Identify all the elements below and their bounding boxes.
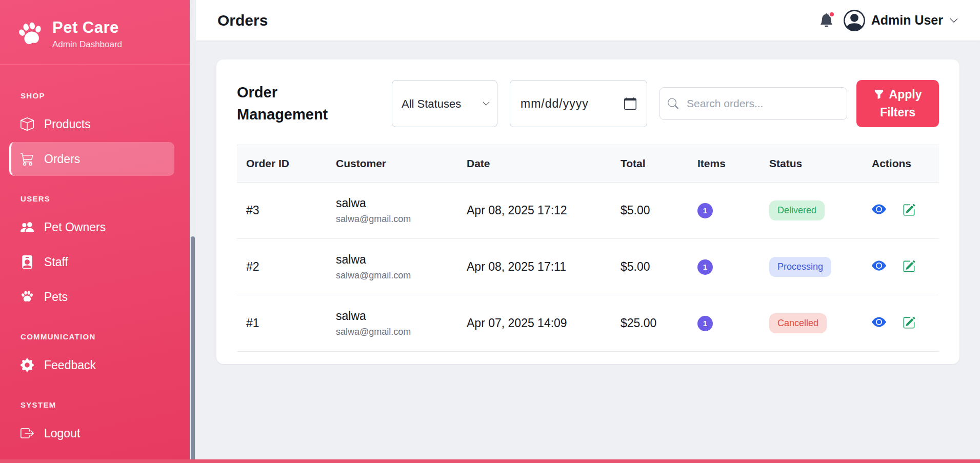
horizontal-scrollbar[interactable] [0,459,980,463]
items-cell: 1 [688,239,760,295]
items-cell: 1 [688,295,760,352]
actions-cell [863,295,939,352]
sidebar-item-products[interactable]: Products [0,107,190,141]
order-id: #1 [237,295,327,352]
sidebar-item-label: Feedback [44,358,96,372]
scrollbar-thumb[interactable] [191,236,195,463]
logo: Pet Care Admin Dashboard [0,14,190,65]
status-cell: Cancelled [760,295,863,352]
page-title: Orders [217,12,268,29]
person-badge-icon [21,255,34,269]
sidebar-item-label: Pets [44,290,68,304]
customer-cell: salwa salwa@gmail.com [327,295,457,352]
items-count-badge: 1 [697,203,713,218]
order-total: $5.00 [611,183,688,239]
sidebar-item-label: Logout [44,427,80,440]
sidebar-scrollbar[interactable] [190,0,196,463]
logo-title: Pet Care [52,18,122,37]
customer-cell: salwa salwa@gmail.com [327,239,457,295]
sidebar-item-staff[interactable]: Staff [0,245,190,279]
col-status: Status [760,145,863,183]
avatar-icon [844,10,865,31]
sidebar: Pet Care Admin Dashboard SHOP Products O… [0,0,190,463]
customer-name: salwa [336,196,448,210]
sidebar-nav: SHOP Products Orders USERS Pet Owners [0,65,190,451]
sidebar-item-logout[interactable]: Logout [0,416,190,450]
notifications-button[interactable] [819,13,833,27]
col-customer: Customer [327,145,457,183]
view-order-button[interactable] [872,202,886,216]
order-management-card: Order Management All Statuses mm/dd/yyyy [216,59,959,364]
edit-order-button[interactable] [903,316,915,329]
table-header-row: Order ID Customer Date Total Items Statu… [237,145,939,183]
status-badge: Cancelled [769,313,827,333]
customer-email: salwa@gmail.com [336,270,448,281]
sidebar-item-label: Products [44,117,91,131]
customer-email: salwa@gmail.com [336,327,448,337]
sidebar-item-orders[interactable]: Orders [9,142,174,176]
order-date: Apr 08, 2025 17:11 [457,239,611,295]
notification-dot [829,11,835,17]
user-name: Admin User [871,13,943,28]
box-icon [21,117,34,131]
actions-cell [863,239,939,295]
funnel-icon [874,87,884,104]
logo-text: Pet Care Admin Dashboard [52,18,122,50]
status-cell: Processing [760,239,863,295]
section-label-shop: SHOP [0,74,190,106]
section-label-users: USERS [0,177,190,209]
edit-order-button[interactable] [903,260,915,273]
customer-name: salwa [336,253,448,267]
date-placeholder: mm/dd/yyyy [521,97,589,111]
status-badge: Processing [769,257,831,277]
col-date: Date [457,145,611,183]
search-input[interactable] [659,87,847,120]
customer-name: salwa [336,309,448,323]
sidebar-item-pet-owners[interactable]: Pet Owners [0,210,190,244]
apply-filters-button[interactable]: Apply Filters [856,80,939,127]
table-row: #3 salwa salwa@gmail.com Apr 08, 2025 17… [237,183,939,239]
paw-icon [21,290,34,304]
card-heading: Order Management [237,82,345,126]
sidebar-item-pets[interactable]: Pets [0,280,190,314]
logout-icon [21,427,34,440]
people-icon [21,220,34,234]
order-date: Apr 08, 2025 17:12 [457,183,611,239]
view-order-button[interactable] [872,315,886,329]
filters-row: Order Management All Statuses mm/dd/yyyy [237,80,939,127]
sidebar-item-feedback[interactable]: Feedback [0,348,190,382]
items-count-badge: 1 [697,316,713,331]
logo-subtitle: Admin Dashboard [52,39,122,50]
top-header: Orders Admin User [196,0,980,41]
calendar-icon[interactable] [624,97,636,110]
status-filter: All Statuses [392,80,497,127]
actions-cell [863,183,939,239]
col-items: Items [688,145,760,183]
customer-email: salwa@gmail.com [336,214,448,225]
view-order-button[interactable] [872,258,886,273]
apply-filters-label: Apply Filters [880,88,922,119]
table-row: #1 salwa salwa@gmail.com Apr 07, 2025 14… [237,295,939,352]
order-total: $5.00 [611,239,688,295]
user-menu[interactable]: Admin User [844,10,958,31]
order-date: Apr 07, 2025 14:09 [457,295,611,352]
sidebar-item-label: Orders [44,152,80,166]
main-area: Orders Admin User [196,0,980,463]
chevron-down-icon [949,16,958,25]
status-select[interactable]: All Statuses [392,80,497,127]
order-total: $25.00 [611,295,688,352]
status-badge: Delivered [769,200,825,220]
search-field [659,87,847,120]
date-input[interactable]: mm/dd/yyyy [510,80,647,127]
col-actions: Actions [863,145,939,183]
order-id: #3 [237,183,327,239]
section-label-system: SYSTEM [0,383,190,415]
section-label-communication: COMMUNICATION [0,315,190,347]
sidebar-item-label: Pet Owners [44,220,106,234]
paw-logo-icon [17,21,44,48]
edit-order-button[interactable] [903,204,915,216]
status-cell: Delivered [760,183,863,239]
order-id: #2 [237,239,327,295]
customer-cell: salwa salwa@gmail.com [327,183,457,239]
app-root: Pet Care Admin Dashboard SHOP Products O… [0,0,980,463]
